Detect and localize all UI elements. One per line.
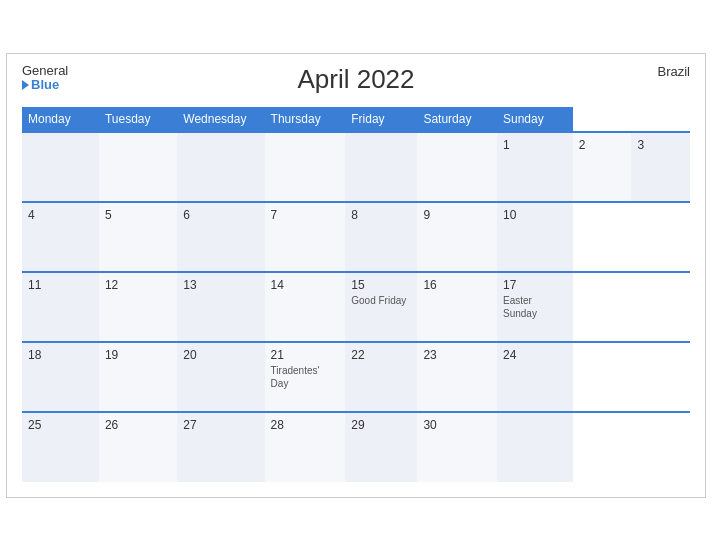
calendar: General Blue April 2022 Brazil Monday Tu… bbox=[6, 53, 706, 498]
cell-w3-d1: 11 bbox=[22, 272, 99, 342]
cell-w2-d3: 6 bbox=[177, 202, 264, 272]
cell-w4-d6: 23 bbox=[417, 342, 497, 412]
cell-w1-d4 bbox=[265, 132, 346, 202]
logo-triangle-icon bbox=[22, 80, 29, 90]
cell-w1-d9: 3 bbox=[631, 132, 690, 202]
day-number: 24 bbox=[503, 348, 567, 362]
cell-w1-d3 bbox=[177, 132, 264, 202]
week-row-5: 252627282930 bbox=[22, 412, 690, 482]
cell-w5-d7 bbox=[497, 412, 573, 482]
cell-w5-d4: 28 bbox=[265, 412, 346, 482]
day-number: 22 bbox=[351, 348, 411, 362]
day-number: 16 bbox=[423, 278, 491, 292]
cell-w5-d2: 26 bbox=[99, 412, 177, 482]
day-number: 14 bbox=[271, 278, 340, 292]
day-number: 21 bbox=[271, 348, 340, 362]
calendar-table: Monday Tuesday Wednesday Thursday Friday… bbox=[22, 107, 690, 482]
day-number: 29 bbox=[351, 418, 411, 432]
day-number: 20 bbox=[183, 348, 258, 362]
day-number: 15 bbox=[351, 278, 411, 292]
weekday-monday: Monday bbox=[22, 107, 99, 132]
calendar-body: 123456789101112131415Good Friday1617East… bbox=[22, 132, 690, 482]
day-number: 27 bbox=[183, 418, 258, 432]
calendar-header: General Blue April 2022 Brazil bbox=[22, 64, 690, 95]
cell-w5-d5: 29 bbox=[345, 412, 417, 482]
week-row-2: 45678910 bbox=[22, 202, 690, 272]
cell-w4-d5: 22 bbox=[345, 342, 417, 412]
day-number: 11 bbox=[28, 278, 93, 292]
day-number: 25 bbox=[28, 418, 93, 432]
day-number: 3 bbox=[637, 138, 684, 152]
week-row-3: 1112131415Good Friday1617Easter Sunday bbox=[22, 272, 690, 342]
calendar-thead: Monday Tuesday Wednesday Thursday Friday… bbox=[22, 107, 690, 132]
holiday-label: Tiradentes' Day bbox=[271, 364, 340, 390]
cell-w2-d1: 4 bbox=[22, 202, 99, 272]
cell-w5-d3: 27 bbox=[177, 412, 264, 482]
weekday-sunday: Sunday bbox=[497, 107, 573, 132]
cell-w1-d1 bbox=[22, 132, 99, 202]
cell-w2-d6: 9 bbox=[417, 202, 497, 272]
cell-w1-d5 bbox=[345, 132, 417, 202]
holiday-label: Good Friday bbox=[351, 294, 411, 307]
weekday-tuesday: Tuesday bbox=[99, 107, 177, 132]
cell-w5-d6: 30 bbox=[417, 412, 497, 482]
day-number: 17 bbox=[503, 278, 567, 292]
day-number: 18 bbox=[28, 348, 93, 362]
week-row-1: 123 bbox=[22, 132, 690, 202]
weekday-wednesday: Wednesday bbox=[177, 107, 264, 132]
day-number: 8 bbox=[351, 208, 411, 222]
country-label: Brazil bbox=[657, 64, 690, 79]
day-number: 28 bbox=[271, 418, 340, 432]
day-number: 26 bbox=[105, 418, 171, 432]
cell-w3-d7: 17Easter Sunday bbox=[497, 272, 573, 342]
cell-w4-d4: 21Tiradentes' Day bbox=[265, 342, 346, 412]
cell-w4-d2: 19 bbox=[99, 342, 177, 412]
cell-w2-d4: 7 bbox=[265, 202, 346, 272]
cell-w3-d5: 15Good Friday bbox=[345, 272, 417, 342]
day-number: 10 bbox=[503, 208, 567, 222]
day-number: 4 bbox=[28, 208, 93, 222]
weekday-thursday: Thursday bbox=[265, 107, 346, 132]
cell-w3-d6: 16 bbox=[417, 272, 497, 342]
cell-w2-d2: 5 bbox=[99, 202, 177, 272]
logo-general-text: General bbox=[22, 64, 68, 78]
calendar-title: April 2022 bbox=[297, 64, 414, 95]
weekday-header-row: Monday Tuesday Wednesday Thursday Friday… bbox=[22, 107, 690, 132]
cell-w1-d2 bbox=[99, 132, 177, 202]
day-number: 12 bbox=[105, 278, 171, 292]
cell-w4-d1: 18 bbox=[22, 342, 99, 412]
weekday-friday: Friday bbox=[345, 107, 417, 132]
cell-w2-d5: 8 bbox=[345, 202, 417, 272]
day-number: 13 bbox=[183, 278, 258, 292]
day-number: 6 bbox=[183, 208, 258, 222]
day-number: 2 bbox=[579, 138, 626, 152]
cell-w5-d1: 25 bbox=[22, 412, 99, 482]
day-number: 7 bbox=[271, 208, 340, 222]
logo-blue-text: Blue bbox=[22, 78, 59, 92]
day-number: 30 bbox=[423, 418, 491, 432]
cell-w3-d2: 12 bbox=[99, 272, 177, 342]
day-number: 5 bbox=[105, 208, 171, 222]
day-number: 1 bbox=[503, 138, 567, 152]
cell-w3-d4: 14 bbox=[265, 272, 346, 342]
cell-w1-d8: 2 bbox=[573, 132, 632, 202]
day-number: 9 bbox=[423, 208, 491, 222]
week-row-4: 18192021Tiradentes' Day222324 bbox=[22, 342, 690, 412]
day-number: 23 bbox=[423, 348, 491, 362]
cell-w1-d7: 1 bbox=[497, 132, 573, 202]
cell-w4-d3: 20 bbox=[177, 342, 264, 412]
cell-w1-d6 bbox=[417, 132, 497, 202]
day-number: 19 bbox=[105, 348, 171, 362]
weekday-saturday: Saturday bbox=[417, 107, 497, 132]
cell-w3-d3: 13 bbox=[177, 272, 264, 342]
cell-w2-d7: 10 bbox=[497, 202, 573, 272]
cell-w4-d7: 24 bbox=[497, 342, 573, 412]
holiday-label: Easter Sunday bbox=[503, 294, 567, 320]
logo: General Blue bbox=[22, 64, 68, 93]
